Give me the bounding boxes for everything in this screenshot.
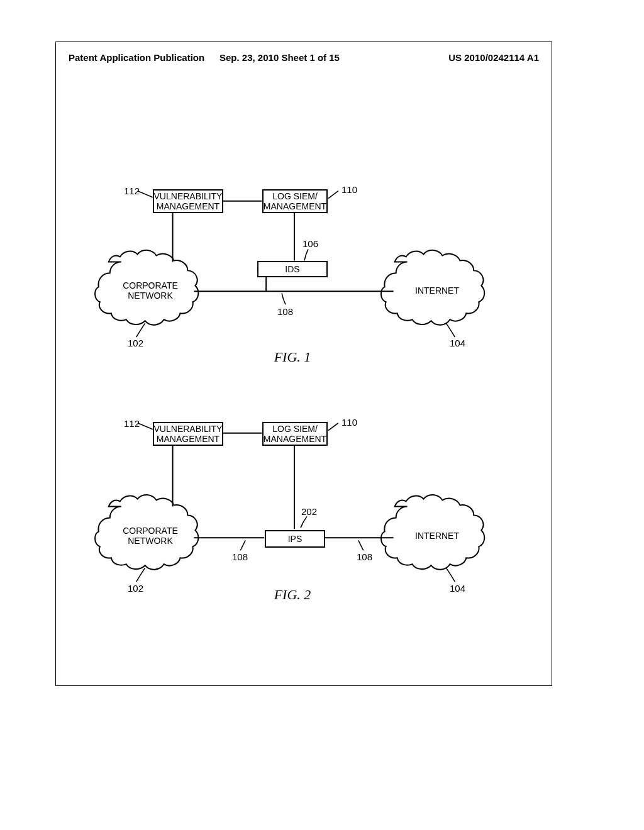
fig2-ref-102: 102 <box>128 583 143 594</box>
box-text-line: VULNERABILITY <box>154 424 223 434</box>
fig2-corporate-network-cloud: CORPORATE NETWORK <box>100 501 201 570</box>
page-frame: Patent Application Publication Sep. 23, … <box>55 42 552 686</box>
fig2-ref-110: 110 <box>341 417 357 428</box>
fig2-ref-112: 112 <box>124 418 140 429</box>
fig2-ref-202: 202 <box>301 506 317 517</box>
fig2-internet-cloud: INTERNET <box>387 501 487 570</box>
fig2-caption: FIG. 2 <box>261 587 324 603</box>
box-text-line: LOG SIEM/ <box>272 424 318 434</box>
figure-2: VULNERABILITY MANAGEMENT LOG SIEM/ MANAG… <box>56 42 552 685</box>
fig2-ref-104: 104 <box>450 583 465 594</box>
cloud-text-line: INTERNET <box>415 531 459 541</box>
fig2-vulnerability-management-box: VULNERABILITY MANAGEMENT <box>153 422 223 446</box>
cloud-text-line: CORPORATE <box>123 526 178 536</box>
box-text-line: MANAGEMENT <box>264 434 326 444</box>
cloud-text-line: NETWORK <box>128 536 173 546</box>
fig2-ref-108-right: 108 <box>357 551 372 562</box>
box-text-line: MANAGEMENT <box>157 434 219 444</box>
fig2-ref-108-left: 108 <box>232 551 248 562</box>
fig2-log-siem-management-box: LOG SIEM/ MANAGEMENT <box>262 422 328 446</box>
box-text-line: IPS <box>288 534 303 544</box>
fig2-ips-box: IPS <box>265 530 325 548</box>
